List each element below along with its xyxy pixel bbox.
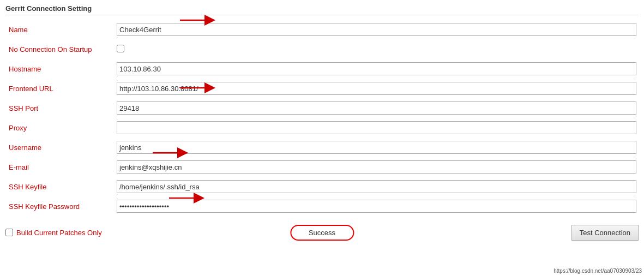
proxy-row: Proxy	[5, 118, 639, 138]
no-connection-label: No Connection On Startup	[5, 39, 115, 59]
url-watermark: https://blog.csdn.net/aa07030903/23	[553, 268, 642, 274]
ssh-keyfile-password-input-cell	[115, 196, 639, 216]
name-input[interactable]	[117, 23, 636, 36]
name-label: Name	[5, 20, 115, 39]
page-container: Gerrit Connection Setting Name No Connec…	[0, 0, 644, 275]
no-connection-checkbox[interactable]	[117, 45, 124, 52]
name-row: Name	[5, 20, 639, 39]
ssh-port-input-cell	[115, 98, 639, 118]
section-title: Gerrit Connection Setting	[5, 4, 639, 15]
build-patches-checkbox[interactable]	[5, 229, 13, 236]
username-label: Username	[5, 138, 115, 157]
proxy-label: Proxy	[5, 118, 115, 138]
hostname-label: Hostname	[5, 59, 115, 79]
frontend-url-input[interactable]	[117, 82, 636, 95]
build-patches-group: Build Current Patches Only	[5, 229, 102, 237]
name-input-cell	[115, 20, 639, 39]
hostname-input-cell	[115, 59, 639, 79]
email-input-cell	[115, 157, 639, 177]
build-patches-label: Build Current Patches Only	[16, 229, 102, 237]
proxy-input-cell	[115, 118, 639, 138]
ssh-keyfile-password-label: SSH Keyfile Password	[5, 196, 115, 216]
email-label: E-mail	[5, 157, 115, 177]
proxy-input[interactable]	[117, 121, 636, 134]
ssh-port-label: SSH Port	[5, 98, 115, 118]
email-input[interactable]	[117, 160, 636, 174]
ssh-keyfile-input[interactable]	[117, 180, 636, 193]
ssh-keyfile-password-input[interactable]	[117, 200, 636, 213]
ssh-port-row: SSH Port	[5, 98, 639, 118]
ssh-keyfile-input-cell	[115, 177, 639, 196]
username-input-cell	[115, 138, 639, 157]
success-button[interactable]: Success	[290, 225, 354, 241]
test-connection-button[interactable]: Test Connection	[571, 225, 639, 241]
frontend-url-row: Frontend URL	[5, 79, 639, 98]
frontend-url-label: Frontend URL	[5, 79, 115, 98]
no-connection-checkbox-cell	[115, 39, 639, 59]
username-row: Username	[5, 138, 639, 157]
ssh-keyfile-label: SSH Keyfile	[5, 177, 115, 196]
email-row: E-mail	[5, 157, 639, 177]
no-connection-row: No Connection On Startup	[5, 39, 639, 59]
ssh-keyfile-password-row: SSH Keyfile Password	[5, 196, 639, 216]
hostname-row: Hostname	[5, 59, 639, 79]
hostname-input[interactable]	[117, 62, 636, 75]
bottom-row: Build Current Patches Only Success Test …	[5, 222, 639, 243]
ssh-port-input[interactable]	[117, 101, 636, 115]
settings-form: Name No Connection On Startup Hostname	[5, 20, 639, 216]
username-input[interactable]	[117, 141, 636, 154]
ssh-keyfile-row: SSH Keyfile	[5, 177, 639, 196]
frontend-url-input-cell	[115, 79, 639, 98]
